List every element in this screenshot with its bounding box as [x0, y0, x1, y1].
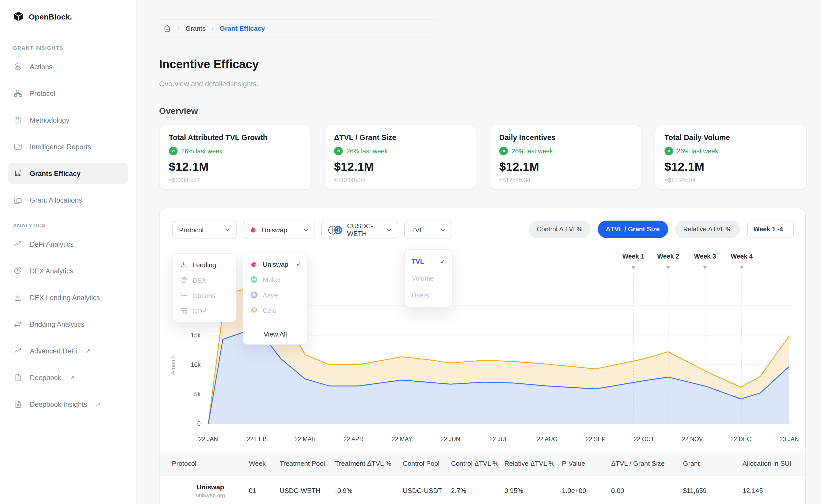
table-cell: USDC-USDT	[403, 487, 451, 495]
sidebar-item-grants-efficacy[interactable]: Grants Efficacy	[8, 163, 128, 184]
card-title: Total Daily Volume	[664, 133, 797, 142]
metric-card-total-daily-volume: Total Daily Volume 26% last week $12.1M …	[655, 125, 807, 190]
chart-controls: Control Δ TVL%ΔTVL / Grant SizeRelative …	[529, 221, 794, 238]
table-row[interactable]: Uniswap uniswap.org 01USDC-WETH-0.9%USDC…	[160, 475, 805, 504]
svg-text:22 MAY: 22 MAY	[392, 436, 412, 442]
table-cell: -0.9%	[335, 487, 403, 495]
sidebar-item-methodology[interactable]: Methodology	[8, 109, 128, 131]
sidebar-item-dex-lending-analytics[interactable]: DEX Lending Analytics	[8, 287, 128, 308]
sidebar-item-protocol[interactable]: Protocol	[8, 83, 128, 104]
menu-item-label: Aave	[263, 291, 278, 299]
menu-option-options[interactable]: Options	[173, 288, 236, 303]
pill-control-tvl[interactable]: Control Δ TVL%	[529, 221, 591, 238]
breadcrumb-grants[interactable]: Grants	[185, 24, 206, 32]
sidebar-item-label: Bridging Analytics	[30, 320, 84, 328]
card-approx-value: ≈$12345.34	[334, 177, 466, 183]
column-header-week[interactable]: Week	[249, 460, 280, 467]
menu-option-maker[interactable]: Maker	[243, 272, 307, 287]
column-header-grant[interactable]: Grant	[683, 460, 742, 467]
pill-relative-tvl[interactable]: Relative ΔTVL %	[675, 221, 740, 238]
home-icon[interactable]	[163, 24, 171, 32]
sidebar-item-dex-analytics[interactable]: DEX Analytics	[8, 260, 128, 282]
view-all-button[interactable]: View All	[243, 326, 307, 341]
column-header-tvl-grant-size[interactable]: ΔTVL / Grant Size	[611, 460, 683, 467]
chevron-down-icon	[304, 228, 308, 231]
menu-option-aave[interactable]: Aave	[243, 287, 307, 303]
sidebar-item-intelligence-reports[interactable]: Intelligence Reports	[8, 136, 128, 157]
svg-text:5k: 5k	[194, 391, 201, 398]
page-title: Incentive Efficacy	[159, 57, 259, 71]
svg-text:22 SEP: 22 SEP	[585, 436, 605, 442]
breadcrumb-separator: /	[212, 24, 213, 32]
table-header: ProtocolWeekTreatment PoolTreatment ΔTVL…	[160, 452, 805, 475]
svg-text:Week 1: Week 1	[622, 253, 644, 260]
sidebar-item-advanced-defi[interactable]: Advanced DeFi↗	[8, 340, 128, 362]
column-header-control-tvl[interactable]: Control ΔTVL %	[451, 460, 504, 467]
sidebar-item-deepbook[interactable]: Deepbook↗	[8, 367, 128, 388]
menu-option-users[interactable]: Users	[405, 287, 452, 304]
week-range-select[interactable]: Week 1 -4	[747, 221, 794, 238]
logo-text: OpenBlock.	[29, 12, 72, 21]
pool-select[interactable]: CUSDC-WETH	[321, 221, 398, 239]
menu-item-label: Lending	[192, 261, 216, 269]
sidebar-item-deepbook-insights[interactable]: Deepbook Insights↗	[8, 393, 128, 415]
trend-up-icon	[499, 147, 508, 155]
sidebar-item-label: DeFi Analytics	[30, 240, 74, 248]
column-header-control-pool[interactable]: Control Pool	[403, 460, 451, 467]
column-header-allocation-in-sui[interactable]: Allocation in SUI	[742, 460, 794, 467]
svg-text:22 JAN: 22 JAN	[199, 436, 218, 442]
menu-option-celo[interactable]: Celo	[243, 303, 307, 318]
bridging-analytics-icon	[13, 320, 23, 329]
metric-card-tvl-grant-size: ΔTVL / Grant Size 26% last week $12.1M ≈…	[324, 125, 476, 190]
sidebar: OpenBlock. GRANT INSIGHTSActionsProtocol…	[0, 0, 136, 504]
protocol-icon	[13, 89, 23, 98]
actions-icon	[13, 62, 23, 71]
protocol-type-select[interactable]: Protocol	[172, 221, 237, 239]
sidebar-item-grant-allocations[interactable]: Grant Allocations	[8, 189, 128, 211]
menu-item-label: Options	[192, 292, 216, 299]
check-icon: ✓	[440, 258, 445, 265]
protocol-select-value: Uniswap	[262, 226, 287, 234]
menu-option-dex[interactable]: DEX	[173, 272, 236, 288]
sidebar-item-label: DEX Lending Analytics	[30, 294, 100, 301]
card-value: $12.1M	[664, 160, 797, 174]
aave-icon	[250, 291, 258, 299]
menu-option-lending[interactable]: Lending	[173, 257, 236, 272]
column-header-treatment-tvl[interactable]: Treatment ΔTVL %	[335, 460, 403, 467]
metric-select[interactable]: TVL	[404, 221, 452, 239]
sidebar-divider	[8, 33, 121, 33]
lending-icon	[180, 261, 188, 269]
menu-option-volume[interactable]: Volume	[405, 270, 452, 287]
defi-analytics-icon	[13, 240, 23, 249]
logo[interactable]: OpenBlock.	[8, 0, 128, 33]
grants-efficacy-icon	[13, 169, 23, 178]
dex-analytics-icon	[13, 266, 23, 275]
table-cell: 01	[249, 487, 280, 495]
column-header-treatment-pool[interactable]: Treatment Pool	[280, 460, 335, 467]
pill-tvl-grant-size[interactable]: ΔTVL / Grant Size	[598, 221, 668, 238]
svg-text:22 DEC: 22 DEC	[730, 436, 751, 442]
menu-option-cdp[interactable]: CDP	[173, 303, 236, 319]
menu-item-label: CDP	[192, 307, 207, 315]
column-header-p-value[interactable]: P-Value	[562, 460, 611, 467]
breadcrumb-grant-efficacy[interactable]: Grant Efficacy	[220, 24, 265, 32]
menu-option-tvl[interactable]: TVL✓	[405, 253, 452, 270]
menu-option-uniswap[interactable]: Uniswap✓	[243, 256, 307, 272]
dex-lending-analytics-icon	[13, 293, 23, 302]
sidebar-item-label: Grant Allocations	[30, 196, 82, 204]
column-header-relative-tvl[interactable]: Relative ΔTVL %	[504, 460, 562, 467]
sidebar-item-actions[interactable]: Actions	[8, 56, 128, 77]
sidebar-item-label: DEX Analytics	[30, 267, 73, 275]
week-range-value: Week 1 -4	[754, 226, 783, 233]
external-link-icon: ↗	[95, 401, 101, 408]
svg-text:0: 0	[197, 420, 201, 427]
sidebar-item-defi-analytics[interactable]: DeFi Analytics	[8, 233, 128, 255]
nav-section-label: ANALYTICS	[13, 222, 128, 228]
protocol-menu: Uniswap✓MakerAaveCeloView All	[243, 253, 308, 345]
card-delta: 26% last week	[346, 147, 388, 155]
protocol-select[interactable]: Uniswap	[243, 221, 315, 239]
svg-text:22 AUG: 22 AUG	[537, 436, 558, 442]
sidebar-item-bridging-analytics[interactable]: Bridging Analytics	[8, 313, 128, 335]
sidebar-item-label: Deepbook Insights	[30, 400, 87, 408]
column-header-protocol[interactable]: Protocol	[172, 460, 249, 467]
